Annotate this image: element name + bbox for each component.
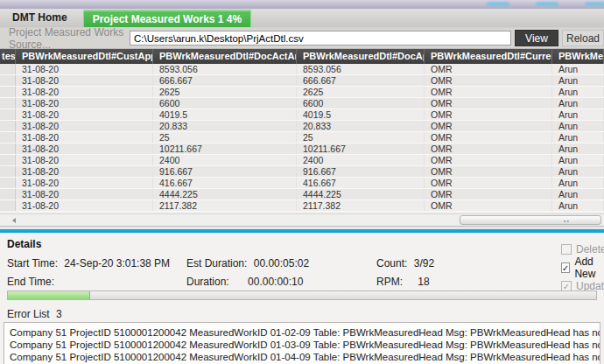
tab-dmt-home[interactable]: DMT Home — [4, 9, 76, 27]
table-cell[interactable]: Arun — [552, 64, 604, 74]
table-cell[interactable]: 916.667 — [297, 166, 425, 177]
table-cell[interactable]: 20.833 — [297, 121, 425, 131]
table-cell[interactable]: 6600 — [297, 98, 425, 108]
table-row[interactable]: 31-08-204019.54019.5OMRArun — [0, 109, 604, 121]
table-cell[interactable]: OMR — [425, 109, 552, 120]
table-cell[interactable]: 31-08-20 — [16, 166, 153, 177]
table-cell[interactable]: Arun — [552, 144, 604, 154]
error-list-item[interactable]: Company 51 ProjectID 5100001200042 Measu… — [10, 339, 600, 351]
table-cell[interactable]: Arun — [552, 121, 604, 131]
table-cell[interactable]: 10211.667 — [153, 144, 297, 154]
table-cell[interactable]: OMR — [425, 200, 552, 211]
table-cell[interactable]: 666.667 — [153, 75, 297, 86]
table-cell[interactable]: 31-08-20 — [16, 155, 153, 165]
table-cell[interactable]: OMR — [425, 64, 552, 74]
table-row[interactable]: 31-08-2066006600OMRArun — [0, 98, 604, 109]
column-header[interactable]: tes — [0, 49, 16, 64]
row-indicator[interactable] — [0, 144, 16, 154]
table-cell[interactable]: 4019.5 — [297, 109, 425, 120]
table-cell[interactable]: 6600 — [153, 98, 297, 108]
table-row[interactable]: 31-08-20666.667666.667OMRArun — [0, 75, 604, 87]
table-cell[interactable]: OMR — [425, 132, 552, 143]
table-row[interactable]: 31-08-2026252625OMRArun — [0, 87, 604, 98]
table-cell[interactable]: 31-08-20 — [16, 200, 153, 211]
table-cell[interactable]: OMR — [425, 166, 552, 177]
checkbox-icon[interactable]: ✓ — [561, 262, 570, 273]
table-cell[interactable]: 31-08-20 — [16, 178, 153, 188]
error-list-item[interactable]: Company 51 ProjectID 5100001200042 Measu… — [10, 326, 600, 339]
table-cell[interactable]: Arun — [552, 155, 604, 165]
table-cell[interactable]: 2117.382 — [153, 200, 297, 211]
table-row[interactable]: 31-08-208593.0568593.056OMRArun — [0, 64, 604, 75]
row-indicator[interactable] — [0, 178, 16, 188]
source-path-input[interactable] — [130, 31, 511, 46]
column-header[interactable]: PBWrkMeasuredDtl#DocActAmount — [153, 49, 297, 64]
table-cell[interactable]: 31-08-20 — [16, 64, 153, 74]
table-cell[interactable]: 916.667 — [153, 166, 297, 177]
row-indicator[interactable] — [0, 200, 16, 211]
table-cell[interactable]: 31-08-20 — [16, 189, 153, 200]
table-cell[interactable]: OMR — [425, 189, 552, 200]
table-cell[interactable]: Arun — [552, 178, 604, 188]
row-indicator[interactable] — [0, 189, 16, 200]
table-cell[interactable]: Arun — [552, 189, 604, 200]
table-cell[interactable]: 31-08-20 — [16, 87, 153, 97]
table-row[interactable]: 31-08-20916.667916.667OMRArun — [0, 166, 604, 178]
row-indicator[interactable] — [0, 64, 16, 74]
table-cell[interactable]: 31-08-20 — [16, 132, 153, 143]
table-row[interactable]: 31-08-202117.3822117.382OMRArun — [0, 200, 604, 212]
table-cell[interactable]: 2625 — [297, 87, 425, 97]
row-indicator[interactable] — [0, 155, 16, 165]
column-header[interactable]: PBWrkMeasuredDtl#DocApprovalAmt — [297, 49, 425, 64]
table-cell[interactable]: Arun — [552, 200, 604, 211]
row-indicator[interactable] — [0, 109, 16, 120]
table-cell[interactable]: Arun — [552, 132, 604, 143]
row-indicator[interactable] — [0, 132, 16, 143]
error-list[interactable]: Company 51 ProjectID 5100001200042 Measu… — [4, 322, 600, 364]
source-label[interactable]: Project Measured Works Source... — [9, 26, 128, 51]
table-cell[interactable]: Arun — [552, 75, 604, 86]
table-cell[interactable]: 31-08-20 — [16, 144, 153, 154]
scrollbar-thumb[interactable]: ▪▪ — [460, 215, 601, 225]
table-cell[interactable]: Arun — [552, 87, 604, 97]
column-header[interactable]: PBWrkMeasuredDtl#CustApprovalDate — [16, 49, 153, 64]
table-cell[interactable]: OMR — [425, 144, 552, 154]
table-cell[interactable]: 20.833 — [153, 121, 297, 131]
table-cell[interactable]: 25 — [153, 132, 297, 143]
row-indicator[interactable] — [0, 121, 16, 131]
table-cell[interactable]: 10211.667 — [297, 144, 425, 154]
table-row[interactable]: 31-08-20416.667416.667OMRArun — [0, 178, 604, 189]
table-cell[interactable]: 2117.382 — [297, 200, 425, 211]
table-cell[interactable]: OMR — [425, 75, 552, 86]
table-cell[interactable]: 31-08-20 — [16, 121, 153, 131]
table-cell[interactable]: 4019.5 — [153, 109, 297, 120]
table-row[interactable]: 31-08-2010211.66710211.667OMRArun — [0, 144, 604, 155]
table-cell[interactable]: Arun — [552, 98, 604, 108]
table-cell[interactable]: Arun — [552, 109, 604, 120]
table-cell[interactable]: OMR — [425, 121, 552, 131]
table-cell[interactable]: OMR — [425, 178, 552, 188]
grid-horizontal-scrollbar[interactable]: ▪▪ — [0, 214, 604, 226]
table-row[interactable]: 31-08-202525OMRArun — [0, 132, 604, 144]
table-cell[interactable]: 2625 — [153, 87, 297, 97]
table-cell[interactable]: 31-08-20 — [16, 98, 153, 108]
checkbox-delete[interactable]: Delete — [561, 243, 604, 256]
tab-project-measured-works[interactable]: Project Measured Works 1 4% — [83, 10, 252, 27]
table-row[interactable]: 31-08-2020.83320.833OMRArun — [0, 121, 604, 132]
table-cell[interactable]: 666.667 — [297, 75, 425, 86]
table-cell[interactable]: 416.667 — [297, 178, 425, 188]
row-indicator[interactable] — [0, 166, 16, 177]
scroll-left-arrow-icon[interactable] — [12, 218, 16, 223]
table-cell[interactable]: 31-08-20 — [16, 75, 153, 86]
table-row[interactable]: 31-08-204444.2254444.225OMRArun — [0, 189, 604, 200]
table-cell[interactable]: 8593.056 — [297, 64, 425, 74]
table-cell[interactable]: 31-08-20 — [16, 109, 153, 120]
table-cell[interactable]: 4444.225 — [297, 189, 425, 200]
table-cell[interactable]: 25 — [297, 132, 425, 143]
table-cell[interactable]: 2400 — [153, 155, 297, 165]
table-row[interactable]: 31-08-2024002400OMRArun — [0, 155, 604, 166]
error-list-item[interactable]: Company 51 ProjectID 5100001200042 Measu… — [10, 351, 600, 363]
reload-button[interactable]: Reload — [562, 30, 604, 46]
table-cell[interactable]: OMR — [425, 98, 552, 108]
table-cell[interactable]: 8593.056 — [153, 64, 297, 74]
